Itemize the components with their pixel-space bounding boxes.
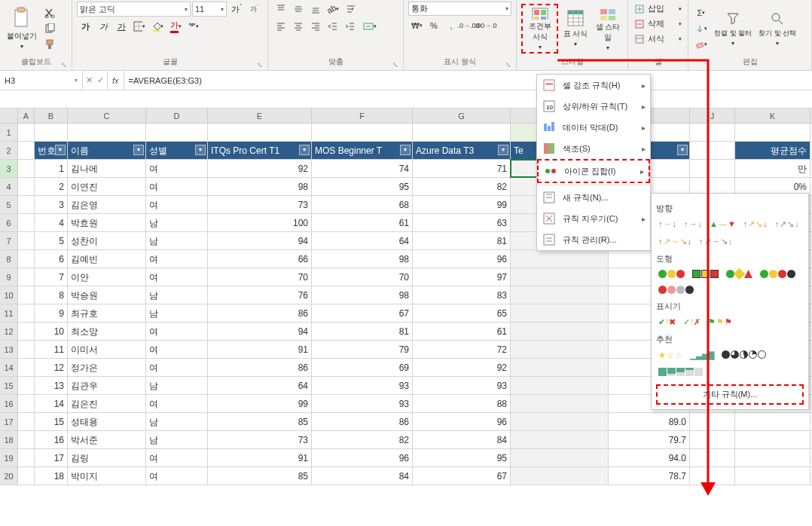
iconset-4trafficlights[interactable] xyxy=(758,268,798,280)
borders-button[interactable]: ▾ xyxy=(131,19,148,34)
iconset-redtoblack[interactable] xyxy=(656,283,696,296)
phonetic-button[interactable]: ᄬ▾ xyxy=(185,19,202,34)
find-select-button[interactable]: 찾기 및 선택▾ xyxy=(756,4,798,54)
fill-button[interactable]: ▾ xyxy=(693,21,710,36)
insert-cells-button[interactable]: 삽입▾ xyxy=(633,2,683,16)
styles-group-label: 스타일 xyxy=(561,57,584,66)
shrink-font-button[interactable]: 가˅ xyxy=(246,2,263,17)
align-left-button[interactable] xyxy=(273,19,289,34)
col-header[interactable]: K xyxy=(735,109,810,123)
iconset-5boxes[interactable] xyxy=(656,365,705,378)
iconset-3trafficlights-rim[interactable] xyxy=(690,268,721,280)
formula-input[interactable]: =AVERAGE(E3:G3) xyxy=(124,71,812,90)
col-header[interactable]: B xyxy=(35,109,68,123)
underline-button[interactable]: 가 xyxy=(113,19,130,34)
col-header[interactable]: G xyxy=(413,109,511,123)
merge-button[interactable]: ▾ xyxy=(359,19,380,34)
font-size-combo[interactable]: 11▾ xyxy=(192,2,227,17)
sort-filter-button[interactable]: 정렬 및 필터▾ xyxy=(712,4,754,54)
iconset-3arrows[interactable]: ↑→↓ xyxy=(656,217,679,231)
tablefmt-label: 표 서식 xyxy=(563,29,588,39)
iconset-5bars[interactable]: ▁▃▅▇ xyxy=(688,348,716,362)
name-box[interactable]: H3▾ xyxy=(0,71,83,90)
iconset-3triangles[interactable]: ▲—▼ xyxy=(707,217,738,231)
iconset-5arrows[interactable]: ↑↗→↘↓ xyxy=(656,234,694,249)
col-header[interactable]: C xyxy=(68,109,146,123)
italic-button[interactable]: 가 xyxy=(95,19,111,34)
format-painter-button[interactable] xyxy=(41,37,58,52)
autosum-button[interactable]: Σ▾ xyxy=(693,5,710,20)
cancel-formula-icon[interactable]: ✕ xyxy=(86,75,93,85)
menu-item[interactable]: 색조(S)▸ xyxy=(537,138,650,159)
ribbon: 붙여넣기 ▾ 클립보드⤡ 맑은 고딕▾ 11▾ 가˄ 가˅ 가 가 가 xyxy=(0,0,812,71)
conditional-format-button[interactable]: 조건부 서식▾ xyxy=(521,4,558,54)
align-right-button[interactable] xyxy=(307,19,324,34)
align-center-button[interactable] xyxy=(290,19,307,34)
more-rules-item[interactable]: 기타 규칙(M)... xyxy=(656,384,804,405)
accounting-button[interactable]: ₩▾ xyxy=(408,18,425,33)
cut-icon xyxy=(44,8,55,18)
col-header[interactable]: D xyxy=(146,109,208,123)
align-bottom-button[interactable] xyxy=(307,2,324,17)
clear-button[interactable]: ▾ xyxy=(693,37,710,52)
column-headers: A B C D E F G H I J K xyxy=(0,109,812,124)
menu-item[interactable]: 셀 강조 규칙(H)▸ xyxy=(537,75,650,96)
iconset-5quarters[interactable] xyxy=(719,348,768,362)
svg-text:10: 10 xyxy=(546,104,553,111)
col-header[interactable]: A xyxy=(18,109,35,123)
dec-decimal-button[interactable]: .00→.0 xyxy=(478,18,494,33)
iconset-3stars[interactable]: ★☆☆ xyxy=(656,348,685,362)
inc-indent-icon xyxy=(345,21,356,32)
svg-rect-33 xyxy=(551,122,554,131)
align-middle-button[interactable] xyxy=(290,2,307,17)
cut-button[interactable] xyxy=(41,5,58,20)
grow-font-button[interactable]: 가˄ xyxy=(228,2,245,17)
menu-item[interactable]: 10상위/하위 규칙(T)▸ xyxy=(537,96,650,117)
iconset-5arrows-gray[interactable]: ↑↗→↘↓ xyxy=(697,234,734,249)
paste-label: 붙여넣기 xyxy=(7,31,37,41)
enter-formula-icon[interactable]: ✓ xyxy=(97,75,104,85)
menu-item[interactable]: 새 규칙(N)... xyxy=(537,187,650,208)
percent-button[interactable]: % xyxy=(426,18,442,33)
menu-item[interactable]: 아이콘 집합(I)▸ xyxy=(537,159,650,183)
merge-icon xyxy=(363,21,374,32)
iconset-4arrows-gray[interactable]: ↑↗↘↓ xyxy=(773,217,801,231)
align-top-button[interactable] xyxy=(273,2,289,17)
iconset-3flags[interactable]: ⚑⚑⚑ xyxy=(706,315,734,329)
decrease-indent-button[interactable] xyxy=(325,19,341,34)
wrap-text-button[interactable] xyxy=(342,2,360,17)
font-color-button[interactable]: 가▾ xyxy=(167,19,184,34)
align-left-icon xyxy=(276,21,286,32)
svg-rect-6 xyxy=(47,40,53,44)
number-format-combo[interactable]: 통화▾ xyxy=(408,2,511,16)
svg-rect-14 xyxy=(534,17,539,20)
font-name-combo[interactable]: 맑은 고딕▾ xyxy=(77,2,191,17)
eraser-icon xyxy=(695,40,704,49)
delete-cells-button[interactable]: 삭제▾ xyxy=(633,17,683,31)
orientation-button[interactable]: ab▾ xyxy=(325,2,341,17)
increase-indent-button[interactable] xyxy=(342,19,359,34)
menu-item[interactable]: 규칙 관리(R)... xyxy=(537,229,650,250)
cell-styles-button[interactable]: 셀 스타일▾ xyxy=(593,4,623,54)
col-header[interactable]: F xyxy=(312,109,413,123)
paste-button[interactable]: 붙여넣기 ▾ xyxy=(5,4,39,54)
menu-item[interactable]: 규칙 지우기(C)▸ xyxy=(537,208,650,229)
sort-filter-icon xyxy=(725,11,741,27)
iconset-3trafficlights[interactable] xyxy=(656,268,687,280)
copy-button[interactable] xyxy=(41,21,58,36)
format-table-button[interactable]: 표 서식▾ xyxy=(560,4,591,54)
col-header[interactable]: J xyxy=(690,109,735,123)
iconset-3symbols-circled[interactable]: ✔!✖ xyxy=(656,315,678,329)
bold-button[interactable]: 가 xyxy=(77,19,93,34)
svg-rect-39 xyxy=(544,234,554,245)
fx-button[interactable]: fx xyxy=(108,71,124,90)
iconset-4arrows[interactable]: ↑↗↘↓ xyxy=(741,217,770,231)
fill-color-button[interactable]: ▾ xyxy=(149,19,166,34)
iconset-3symbols[interactable]: ✓!✗ xyxy=(681,315,703,329)
iconset-3signs[interactable] xyxy=(724,268,755,280)
format-cells-button[interactable]: 서식▾ xyxy=(633,32,683,46)
select-all-corner[interactable] xyxy=(0,109,18,123)
menu-item[interactable]: 데이터 막대(D)▸ xyxy=(537,117,650,138)
col-header[interactable]: E xyxy=(208,109,312,123)
iconset-3arrows-gray[interactable]: ↑→↓ xyxy=(682,217,704,231)
